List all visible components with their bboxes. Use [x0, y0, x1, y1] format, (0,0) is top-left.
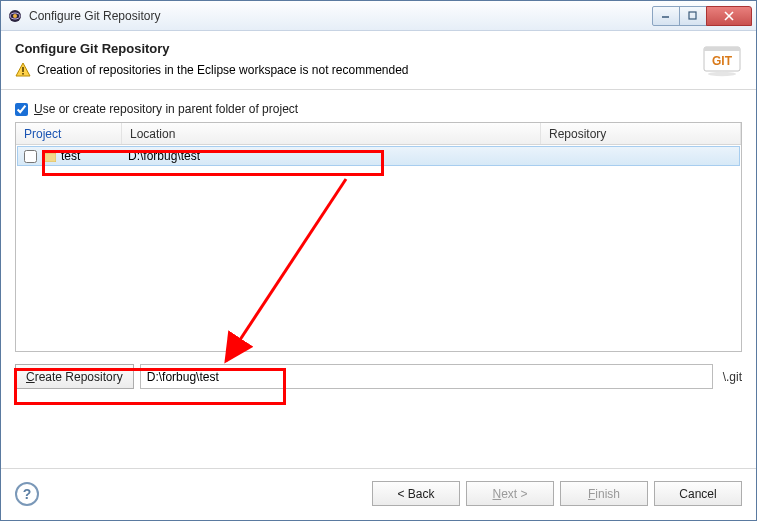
- row-project-name: test: [61, 149, 80, 163]
- warning-icon: [15, 62, 31, 78]
- footer-panel: ? < Back Next > Finish Cancel: [1, 468, 756, 520]
- row-location-cell: D:\forbug\test: [122, 149, 541, 163]
- svg-text:GIT: GIT: [712, 54, 733, 68]
- titlebar[interactable]: Configure Git Repository: [1, 1, 756, 31]
- create-repository-button[interactable]: Create Repository: [15, 364, 134, 389]
- use-parent-label: Use or create repository in parent folde…: [34, 102, 298, 116]
- col-location[interactable]: Location: [122, 123, 541, 144]
- svg-rect-9: [22, 73, 24, 75]
- project-table: Project Location Repository test D:\forb…: [15, 122, 742, 352]
- svg-rect-11: [704, 47, 740, 51]
- maximize-button[interactable]: [679, 6, 707, 26]
- folder-icon: [42, 151, 56, 162]
- svg-point-13: [708, 72, 736, 76]
- back-button[interactable]: < Back: [372, 481, 460, 506]
- col-repository[interactable]: Repository: [541, 123, 741, 144]
- header-panel: Configure Git Repository Creation of rep…: [1, 31, 756, 90]
- window-title: Configure Git Repository: [29, 9, 653, 23]
- next-button[interactable]: Next >: [466, 481, 554, 506]
- svg-rect-14: [42, 153, 56, 162]
- col-project[interactable]: Project: [16, 123, 122, 144]
- git-logo: GIT: [702, 41, 742, 79]
- use-parent-checkbox[interactable]: [15, 103, 28, 116]
- row-project-cell: test: [18, 149, 122, 163]
- warning-text: Creation of repositories in the Eclipse …: [37, 63, 409, 77]
- minimize-button[interactable]: [652, 6, 680, 26]
- window-controls: [653, 6, 752, 26]
- finish-button[interactable]: Finish: [560, 481, 648, 506]
- eclipse-icon: [7, 8, 23, 24]
- table-header: Project Location Repository: [16, 123, 741, 145]
- body-panel: Use or create repository in parent folde…: [1, 90, 756, 468]
- use-parent-option[interactable]: Use or create repository in parent folde…: [15, 102, 742, 116]
- table-row[interactable]: test D:\forbug\test: [17, 146, 740, 166]
- row-checkbox[interactable]: [24, 150, 37, 163]
- svg-rect-8: [22, 67, 24, 72]
- svg-rect-4: [689, 12, 696, 19]
- page-title: Configure Git Repository: [15, 41, 702, 56]
- repository-path-input[interactable]: [140, 364, 713, 389]
- svg-point-2: [13, 14, 17, 18]
- close-button[interactable]: [706, 6, 752, 26]
- create-repo-row: Create Repository \.git: [15, 364, 742, 389]
- dialog-window: Configure Git Repository Configure Git R…: [0, 0, 757, 521]
- cancel-button[interactable]: Cancel: [654, 481, 742, 506]
- help-button[interactable]: ?: [15, 482, 39, 506]
- git-suffix-label: \.git: [719, 370, 742, 384]
